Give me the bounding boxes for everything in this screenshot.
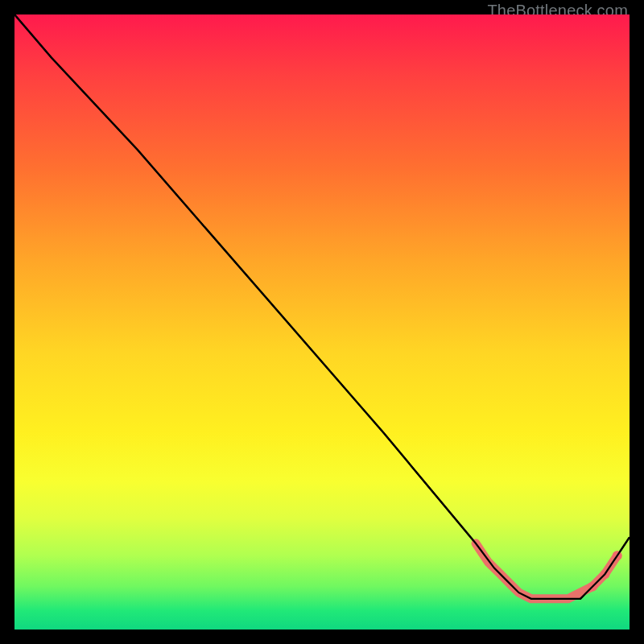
chart-stage: TheBottleneck.com bbox=[0, 0, 644, 644]
curve-svg bbox=[14, 14, 630, 630]
line-series bbox=[14, 14, 630, 599]
marker-dots bbox=[14, 14, 630, 599]
curve-path-top bbox=[14, 14, 630, 599]
plot-area bbox=[14, 14, 630, 630]
curve-path bbox=[14, 14, 630, 599]
